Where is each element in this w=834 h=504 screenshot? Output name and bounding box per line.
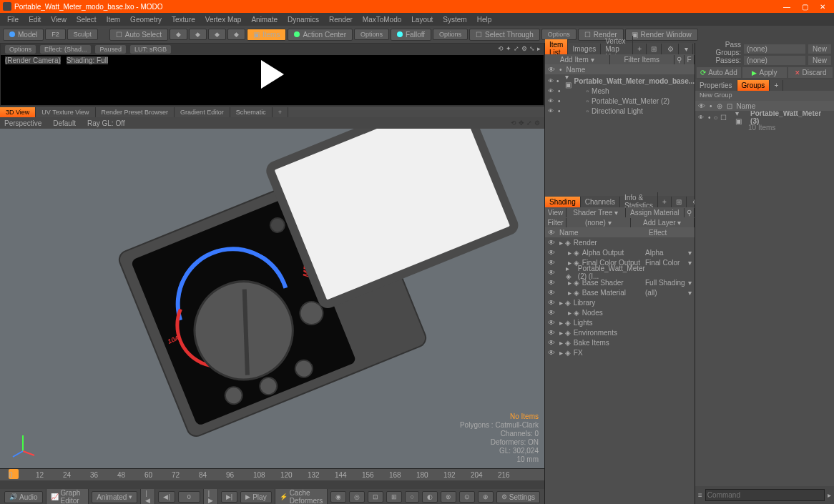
items-button[interactable]: ▣Items — [247, 29, 286, 41]
shader-row[interactable]: 👁▸ ◈Bake Items — [545, 337, 695, 347]
tb-icon2[interactable]: ◆ — [189, 29, 207, 40]
apply-button[interactable]: ▶ Apply — [742, 67, 787, 78]
shtab[interactable]: Channels — [581, 197, 620, 207]
item-row[interactable]: 👁•▾ ▣Portable_Watt_Meter_modo_base... — [545, 76, 695, 86]
pv-icon[interactable]: ⟲ — [498, 45, 504, 52]
step-back[interactable]: ◀| — [158, 491, 175, 503]
assignmat-button[interactable]: Assign Material — [626, 208, 685, 217]
grtab[interactable]: Groups — [737, 80, 770, 91]
preview-options[interactable]: Options — [5, 45, 36, 54]
model-button[interactable]: Model — [3, 29, 44, 41]
vopt-default[interactable]: Default — [53, 119, 76, 127]
shader-row[interactable]: 👁▸ ◈Alpha OutputAlpha▾ — [545, 247, 695, 257]
vp-icon[interactable]: ⟲ — [511, 119, 516, 127]
pv-icon[interactable]: ⚙ — [521, 45, 527, 52]
item-row[interactable]: 👁•▫Directional Light — [545, 106, 695, 116]
panel-icon[interactable]: ⚙ — [663, 44, 679, 54]
menu-dynamics[interactable]: Dynamics — [283, 14, 323, 25]
shader-row[interactable]: 👁▸ ◈Library — [545, 297, 695, 307]
viewtab[interactable]: Gradient Editor — [175, 107, 230, 117]
shtab[interactable]: Shading — [545, 197, 581, 207]
menu-layout[interactable]: Layout — [407, 14, 437, 25]
renderwin-button[interactable]: ▣Render Window — [625, 29, 698, 41]
menu-maxtomodo[interactable]: MaxToModo — [358, 14, 406, 25]
vp-icon[interactable]: ⚙ — [534, 119, 540, 127]
menu-help[interactable]: Help — [473, 14, 496, 25]
panel-icon[interactable]: ▾ — [680, 44, 693, 54]
viewtab[interactable]: UV Texture View — [36, 107, 95, 117]
shader-row[interactable]: 👁▸ ◈Render — [545, 237, 695, 247]
menu-vertexmap[interactable]: Vertex Map — [201, 14, 246, 25]
filter-toggle[interactable]: F — [685, 55, 695, 64]
viewtab[interactable]: Render Preset Browser — [96, 107, 175, 117]
tb-icon1[interactable]: ◆ — [170, 29, 187, 40]
preview-effect[interactable]: Effect: (Shad... — [40, 45, 91, 54]
filter-icon[interactable]: ⚲ — [674, 55, 685, 64]
shader-row[interactable]: 👁▸ ◈Portable_Watt_Meter (2) (I... — [545, 267, 695, 277]
sculpt-button[interactable]: Sculpt — [67, 29, 98, 40]
menu-edit[interactable]: Edit — [24, 14, 45, 25]
addlayer-button[interactable]: Add Layer ▾ — [631, 218, 695, 227]
frame-field[interactable]: 0 — [178, 491, 200, 503]
3d-viewport[interactable]: MF 47L 10A No Items Polygons : Catmull-C… — [0, 129, 544, 468]
ctl-icon[interactable]: ⊗ — [441, 491, 456, 503]
ctl-icon[interactable]: ◐ — [422, 491, 438, 503]
item-row[interactable]: 👁•▫Portable_Watt_Meter (2) — [545, 96, 695, 106]
filteritems-button[interactable]: Filter Items — [610, 55, 675, 64]
new-passgroup[interactable]: New — [808, 44, 831, 54]
command-input[interactable] — [705, 489, 825, 501]
minimize-button[interactable]: — — [783, 3, 790, 11]
vp-icon[interactable]: ✥ — [519, 119, 524, 127]
actioncenter-button[interactable]: Action Center — [288, 29, 353, 41]
cmd-icon[interactable]: ≡ — [698, 491, 702, 499]
shader-row[interactable]: 👁▸ ◈Lights — [545, 317, 695, 327]
shader-tree[interactable]: 👁▸ ◈Render👁▸ ◈Alpha OutputAlpha▾👁▸ ◈Fina… — [545, 237, 695, 504]
menu-texture[interactable]: Texture — [167, 14, 200, 25]
shader-row[interactable]: 👁▸ ◈FX — [545, 347, 695, 357]
close-button[interactable]: ✕ — [820, 3, 825, 11]
audio-button[interactable]: 🔊Audio — [4, 491, 43, 503]
preview-paused[interactable]: Paused — [95, 45, 126, 54]
grtab[interactable]: Properties — [695, 80, 737, 91]
tb-icon3[interactable]: ◆ — [208, 29, 226, 40]
viewtab[interactable]: + — [273, 107, 288, 117]
additem-button[interactable]: Add Item ▾ — [545, 55, 610, 64]
animated-dropdown[interactable]: Animated ▾ — [92, 491, 137, 503]
options1-button[interactable]: Options — [354, 29, 389, 40]
step-fwd[interactable]: |▶ — [203, 488, 218, 504]
axis-gizmo[interactable] — [9, 430, 37, 460]
pv-icon[interactable]: ⤡ — [529, 45, 535, 52]
ctl-icon[interactable]: ◉ — [330, 491, 346, 503]
passgroups-dropdown[interactable]: (none) — [744, 44, 805, 54]
f2-button[interactable]: F2 — [45, 29, 66, 40]
pv-icon[interactable]: ✦ — [506, 45, 511, 52]
menu-system[interactable]: System — [438, 14, 471, 25]
panel-icon[interactable]: ⊞ — [672, 197, 687, 207]
newgroup-button[interactable]: New Group — [695, 91, 834, 101]
groups-tree[interactable]: 👁•○☐▾ ▣Portable_Watt_Meter (3) 10 Items — [695, 111, 834, 486]
viewtab[interactable]: Schematic — [230, 107, 273, 117]
falloff-button[interactable]: Falloff — [391, 29, 431, 41]
selthrough-button[interactable]: ☐Select Through — [469, 29, 540, 41]
settings-button[interactable]: ⚙Settings — [496, 491, 540, 503]
play-button[interactable]: ▶Play — [240, 491, 271, 503]
pv-icon[interactable]: ⤢ — [514, 45, 519, 52]
skip-end[interactable]: ▶| — [221, 491, 237, 503]
filter-dropdown[interactable]: (none) ▾ — [566, 218, 631, 227]
ctl-icon[interactable]: ○ — [405, 491, 418, 503]
item-tree[interactable]: 👁•▾ ▣Portable_Watt_Meter_modo_base...👁•▫… — [545, 74, 695, 196]
menu-render[interactable]: Render — [325, 14, 357, 25]
shader-row[interactable]: 👁▸ ◈Nodes — [545, 307, 695, 317]
assign-icon[interactable]: ⚲ — [685, 208, 695, 217]
vopt-persp[interactable]: Perspective — [4, 119, 41, 127]
vopt-raygl[interactable]: Ray GL: Off — [87, 119, 125, 127]
tb-icon4[interactable]: ◆ — [227, 29, 245, 40]
menu-item[interactable]: Item — [102, 14, 124, 25]
discard-button[interactable]: ✕ Discard — [788, 67, 833, 78]
ctl-icon[interactable]: ◎ — [349, 491, 365, 503]
iltab[interactable]: + — [633, 44, 647, 54]
autoselect-button[interactable]: ☐Auto Select — [109, 29, 168, 41]
vp-icon[interactable]: ⤢ — [526, 119, 532, 127]
preview-lut[interactable]: LUT: sRGB — [130, 45, 171, 54]
ctl-icon[interactable]: ⊡ — [368, 491, 383, 503]
